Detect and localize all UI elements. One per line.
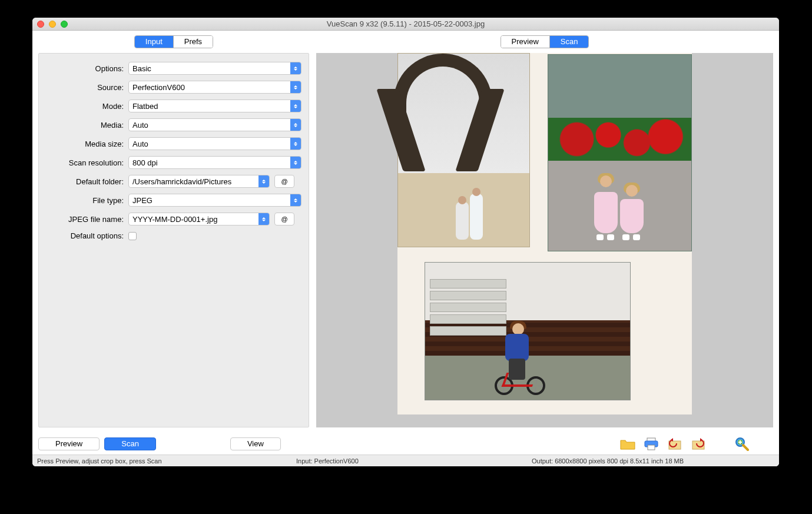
select-default-folder[interactable]: /Users/hamrickdavid/Pictures bbox=[128, 175, 270, 188]
status-input: Input: PerfectionV600 bbox=[296, 457, 532, 465]
svg-line-6 bbox=[743, 445, 748, 450]
scanned-photo-2 bbox=[548, 54, 692, 251]
select-jpeg-name[interactable]: YYYY-MM-DD-0001+.jpg bbox=[128, 213, 270, 226]
bottom-toolbar: Preview Scan View bbox=[32, 433, 779, 455]
close-icon[interactable] bbox=[37, 21, 44, 28]
chevron-updown-icon bbox=[290, 138, 301, 150]
left-column: Input Prefs Options: Basic Source: bbox=[38, 35, 309, 427]
svg-rect-2 bbox=[648, 445, 655, 450]
chevron-updown-icon bbox=[258, 213, 269, 225]
select-media-size-value: Auto bbox=[132, 140, 148, 148]
select-mode[interactable]: Flatbed bbox=[128, 100, 301, 112]
tab-input[interactable]: Input bbox=[135, 36, 173, 48]
printer-icon[interactable] bbox=[644, 437, 659, 450]
right-column: Preview Scan bbox=[316, 35, 773, 427]
row-default-options: Default options: bbox=[46, 231, 301, 240]
scan-bed bbox=[397, 53, 692, 414]
at-button-jpeg[interactable]: @ bbox=[274, 213, 294, 226]
scanned-photo-1 bbox=[397, 53, 530, 247]
select-default-folder-value: /Users/hamrickdavid/Pictures bbox=[132, 177, 231, 186]
maximize-icon[interactable] bbox=[61, 21, 68, 28]
label-media-size: Media size: bbox=[46, 140, 124, 148]
settings-panel: Options: Basic Source: PerfectionV600 bbox=[38, 53, 309, 427]
select-media-size[interactable]: Auto bbox=[128, 137, 301, 150]
label-media: Media: bbox=[46, 121, 124, 130]
svg-rect-3 bbox=[669, 441, 681, 449]
at-icon: @ bbox=[281, 178, 287, 185]
preview-area[interactable] bbox=[316, 53, 773, 427]
label-default-options: Default options: bbox=[46, 231, 124, 240]
status-hint: Press Preview, adjust crop box, press Sc… bbox=[37, 457, 296, 465]
status-output: Output: 6800x8800 pixels 800 dpi 8.5x11 … bbox=[532, 457, 774, 465]
select-source-value: PerfectionV600 bbox=[132, 83, 185, 92]
label-jpeg-name: JPEG file name: bbox=[46, 215, 124, 224]
tool-icons bbox=[620, 437, 773, 450]
rotate-right-icon[interactable] bbox=[691, 437, 706, 450]
svg-rect-4 bbox=[692, 441, 704, 449]
titlebar: VueScan 9 x32 (9.5.11) - 2015-05-22-0003… bbox=[32, 18, 779, 31]
at-button-folder[interactable]: @ bbox=[274, 175, 294, 188]
view-button[interactable]: View bbox=[230, 437, 281, 450]
label-default-folder: Default folder: bbox=[46, 177, 124, 186]
minimize-icon[interactable] bbox=[49, 21, 56, 28]
row-default-folder: Default folder: /Users/hamrickdavid/Pict… bbox=[46, 175, 301, 188]
label-options: Options: bbox=[46, 64, 124, 73]
chevron-updown-icon bbox=[258, 175, 269, 187]
checkbox-default-options[interactable] bbox=[128, 232, 137, 240]
scan-button[interactable]: Scan bbox=[104, 437, 156, 450]
main-panels: Input Prefs Options: Basic Source: bbox=[32, 31, 779, 433]
select-options[interactable]: Basic bbox=[128, 62, 301, 75]
at-icon: @ bbox=[281, 215, 287, 223]
select-file-type-value: JPEG bbox=[132, 196, 153, 205]
row-mode: Mode: Flatbed bbox=[46, 100, 301, 112]
tab-scan[interactable]: Scan bbox=[549, 36, 589, 48]
scanned-photo-3 bbox=[425, 262, 631, 400]
preview-button[interactable]: Preview bbox=[38, 437, 100, 450]
chevron-updown-icon bbox=[290, 119, 301, 131]
app-window: VueScan 9 x32 (9.5.11) - 2015-05-22-0003… bbox=[32, 18, 779, 466]
chevron-updown-icon bbox=[290, 62, 301, 74]
label-scan-resolution: Scan resolution: bbox=[46, 158, 124, 167]
rotate-left-icon[interactable] bbox=[667, 437, 682, 450]
select-file-type[interactable]: JPEG bbox=[128, 194, 301, 207]
chevron-updown-icon bbox=[290, 194, 301, 206]
select-jpeg-name-value: YYYY-MM-DD-0001+.jpg bbox=[132, 215, 217, 224]
folder-icon[interactable] bbox=[620, 437, 635, 450]
select-media-value: Auto bbox=[132, 121, 148, 130]
right-tabs: Preview Scan bbox=[501, 35, 589, 48]
select-options-value: Basic bbox=[132, 64, 151, 73]
row-scan-resolution: Scan resolution: 800 dpi bbox=[46, 156, 301, 169]
row-media-size: Media size: Auto bbox=[46, 137, 301, 150]
chevron-updown-icon bbox=[290, 100, 301, 112]
label-mode: Mode: bbox=[46, 102, 124, 111]
row-source: Source: PerfectionV600 bbox=[46, 81, 301, 94]
select-media[interactable]: Auto bbox=[128, 118, 301, 131]
zoom-in-icon[interactable] bbox=[734, 437, 750, 450]
tab-prefs[interactable]: Prefs bbox=[173, 36, 213, 48]
row-media: Media: Auto bbox=[46, 118, 301, 131]
select-source[interactable]: PerfectionV600 bbox=[128, 81, 301, 94]
traffic-lights bbox=[32, 21, 68, 28]
chevron-updown-icon bbox=[290, 81, 301, 93]
select-scan-resolution-value: 800 dpi bbox=[132, 158, 158, 167]
row-jpeg-name: JPEG file name: YYYY-MM-DD-0001+.jpg @ bbox=[46, 213, 301, 226]
status-bar: Press Preview, adjust crop box, press Sc… bbox=[32, 455, 779, 466]
content: Input Prefs Options: Basic Source: bbox=[32, 31, 779, 466]
select-mode-value: Flatbed bbox=[132, 102, 158, 111]
label-source: Source: bbox=[46, 83, 124, 92]
select-scan-resolution[interactable]: 800 dpi bbox=[128, 156, 301, 169]
window-title: VueScan 9 x32 (9.5.11) - 2015-05-22-0003… bbox=[32, 19, 779, 28]
left-tabs: Input Prefs bbox=[134, 35, 213, 48]
row-file-type: File type: JPEG bbox=[46, 194, 301, 207]
row-options: Options: Basic bbox=[46, 62, 301, 75]
label-file-type: File type: bbox=[46, 196, 124, 205]
tab-preview[interactable]: Preview bbox=[501, 36, 549, 48]
chevron-updown-icon bbox=[290, 157, 301, 168]
